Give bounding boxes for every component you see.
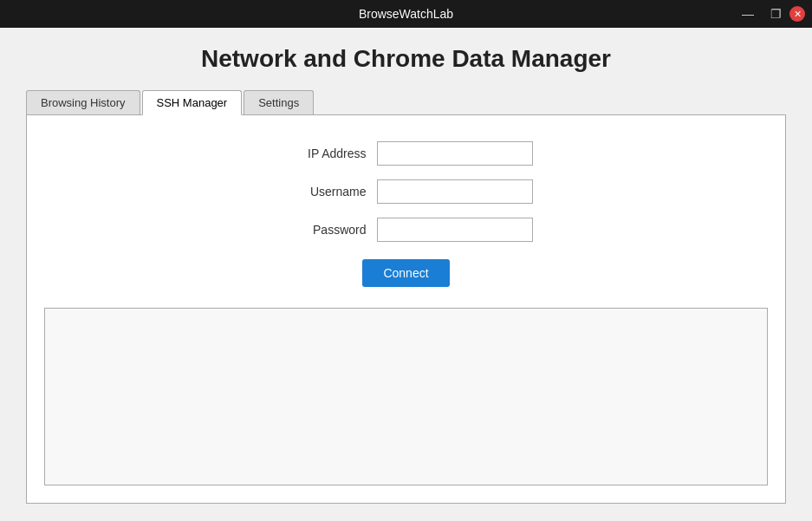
tab-browsing-history[interactable]: Browsing History [26,90,140,114]
tab-ssh-manager[interactable]: SSH Manager [142,90,243,115]
tab-bar: Browsing History SSH Manager Settings [26,90,786,115]
maximize-button[interactable]: ❐ [762,0,789,28]
username-row: Username [280,179,533,204]
window-content: Network and Chrome Data Manager Browsing… [0,28,812,521]
password-input[interactable] [377,218,533,242]
username-input[interactable] [377,179,533,204]
main-window: BrowseWatchLab — ❐ ✕ Network and Chrome … [0,0,812,521]
password-label: Password [280,223,367,237]
output-area[interactable] [44,308,768,485]
ip-address-input[interactable] [377,141,533,166]
ssh-form: IP Address Username Password Connect [44,141,768,287]
title-bar-controls: — ❐ ✕ [734,0,812,28]
minimize-button[interactable]: — [734,0,762,28]
close-button[interactable]: ✕ [789,6,805,22]
ip-address-row: IP Address [280,141,533,166]
ip-address-label: IP Address [280,147,367,160]
title-bar: BrowseWatchLab — ❐ ✕ [0,0,812,28]
app-title: Network and Chrome Data Manager [26,45,786,73]
username-label: Username [280,185,367,199]
connect-button[interactable]: Connect [362,259,449,287]
password-row: Password [280,218,533,242]
title-bar-text: BrowseWatchLab [359,7,453,21]
tab-content-ssh-manager: IP Address Username Password Connect [26,115,786,504]
tab-settings[interactable]: Settings [244,90,314,114]
